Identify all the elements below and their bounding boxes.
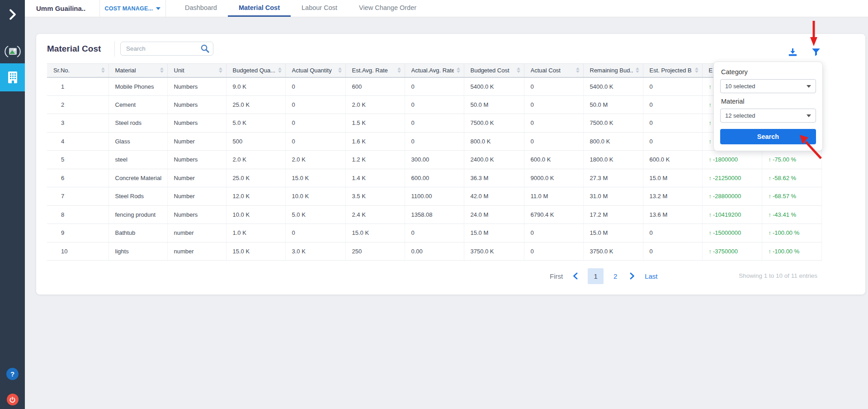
trend-up-icon: ↑ bbox=[769, 175, 772, 181]
cell-actual-quantity: 3.0 K bbox=[285, 242, 345, 261]
cell-material: Cement bbox=[108, 95, 167, 114]
column-header-budgeted-cost[interactable]: Budgeted Cost bbox=[464, 64, 524, 77]
cell-actual-quantity: 0 bbox=[285, 114, 345, 133]
cell-actual-cost: 0 bbox=[524, 224, 583, 243]
cell-est-avg-rate: 3.5 K bbox=[345, 187, 405, 206]
cell-actual-cost: 0 bbox=[524, 114, 583, 133]
cell-material: fencing produnt bbox=[108, 205, 167, 224]
tab-labour-cost[interactable]: Labour Cost bbox=[291, 0, 348, 17]
tab-view-change-order[interactable]: View Change Order bbox=[348, 0, 427, 17]
page-button-2[interactable]: 2 bbox=[611, 272, 620, 280]
pagination-first-button[interactable]: First bbox=[550, 272, 563, 280]
cell-sr-no: 1 bbox=[47, 77, 108, 96]
sidebar-logout-button[interactable] bbox=[0, 393, 25, 406]
download-button[interactable] bbox=[787, 46, 798, 58]
cell-actual-quantity: 0 bbox=[285, 77, 345, 96]
sidebar-item-cost-management[interactable] bbox=[0, 63, 25, 91]
column-header-budgeted-quantity[interactable]: Budgeted Qua... bbox=[226, 64, 285, 77]
table-row: 7Steel RodsNumber12.0 K10.0 K3.5 K1100.0… bbox=[47, 187, 821, 206]
cell-est-projected-budget: 0 bbox=[643, 224, 702, 243]
pagination: First 12 Last bbox=[550, 268, 658, 284]
cell-trend-amount: ↑-3750000 bbox=[702, 242, 762, 261]
tab-material-cost[interactable]: Material Cost bbox=[228, 0, 291, 17]
cell-actual-cost: 600.0 K bbox=[524, 151, 583, 169]
search-input[interactable] bbox=[120, 42, 213, 56]
table-body: 1Mobile PhonesNumbers9.0 K060005400.0 K0… bbox=[47, 77, 821, 261]
trend-up-icon: ↑ bbox=[709, 175, 712, 181]
profile-image-icon bbox=[5, 44, 21, 59]
cell-est-projected-budget: 0 bbox=[643, 132, 702, 151]
cell-actual-quantity: 0 bbox=[285, 224, 345, 243]
trend-up-icon: ↑ bbox=[709, 193, 712, 200]
table-row: 5steelNumbers2.0 K2.0 K1.2 K300.002400.0… bbox=[47, 151, 821, 169]
column-header-est-projected-budget[interactable]: Est. Projected B... bbox=[643, 64, 702, 77]
category-select[interactable]: 10 selected bbox=[720, 79, 816, 93]
sidebar-help-button[interactable]: ? bbox=[0, 366, 25, 381]
cell-actual-quantity: 15.0 K bbox=[285, 169, 345, 187]
cell-budgeted-quantity: 25.0 K bbox=[226, 169, 285, 187]
trend-up-icon: ↑ bbox=[709, 229, 712, 236]
cell-trend-percent: ↑-43.41 % bbox=[762, 205, 821, 224]
cell-unit: Numbers bbox=[167, 77, 226, 96]
column-header-actual-avg-rate[interactable]: Actual.Avg. Rate bbox=[405, 64, 464, 77]
cell-est-projected-budget: 0 bbox=[643, 242, 702, 261]
cell-trend-percent: ↑-100.00 % bbox=[762, 242, 821, 261]
column-header-label: Material bbox=[115, 67, 136, 74]
caret-down-icon bbox=[156, 7, 160, 10]
column-header-unit[interactable]: Unit bbox=[167, 64, 226, 77]
column-header-label: Unit bbox=[174, 67, 184, 74]
cell-budgeted-quantity: 5.0 K bbox=[226, 114, 285, 133]
module-dropdown[interactable]: COST MANAGE... bbox=[100, 0, 165, 17]
trend-up-icon: ↑ bbox=[709, 101, 712, 108]
table-row: 4GlassNumber50001.6 K0800.0 K0800.0 K0↑ bbox=[47, 132, 821, 151]
cell-budgeted-quantity: 15.0 K bbox=[226, 242, 285, 261]
cell-actual-cost: 6790.4 K bbox=[524, 205, 583, 224]
sort-icon bbox=[275, 67, 282, 73]
title-divider bbox=[114, 41, 115, 57]
column-header-actual-cost[interactable]: Actual Cost bbox=[524, 64, 583, 77]
column-header-label: Remaining Bud... bbox=[590, 67, 633, 74]
cell-budgeted-quantity: 12.0 K bbox=[226, 187, 285, 206]
power-icon bbox=[7, 394, 19, 405]
caret-down-icon bbox=[807, 85, 811, 88]
page-button-1[interactable]: 1 bbox=[588, 268, 604, 284]
cell-budgeted-cost: 2400.0 K bbox=[464, 151, 524, 169]
pagination-last-button[interactable]: Last bbox=[645, 272, 657, 280]
sort-icon bbox=[335, 67, 342, 73]
column-header-actual-quantity[interactable]: Actual Quantity bbox=[285, 64, 345, 77]
cell-trend-percent: ↑-100.00 % bbox=[762, 224, 821, 243]
cell-actual-avg-rate: 1100.00 bbox=[405, 187, 464, 206]
help-icon: ? bbox=[6, 368, 19, 380]
column-header-material[interactable]: Material bbox=[108, 64, 167, 77]
sidebar-profile-button[interactable] bbox=[0, 42, 25, 62]
cell-est-projected-budget: 600.0 K bbox=[643, 151, 702, 169]
search-icon[interactable] bbox=[200, 44, 210, 55]
cell-budgeted-quantity: 500 bbox=[226, 132, 285, 151]
column-header-sr-no[interactable]: Sr.No. bbox=[47, 64, 108, 77]
sidebar-expand-button[interactable] bbox=[0, 6, 25, 23]
tab-dashboard[interactable]: Dashboard bbox=[174, 0, 228, 17]
cell-budgeted-cost: 3750.0 K bbox=[464, 242, 524, 261]
cell-est-avg-rate: 15.0 K bbox=[345, 224, 405, 243]
cell-sr-no: 7 bbox=[47, 187, 108, 206]
pagination-next-button[interactable] bbox=[630, 272, 635, 280]
cell-actual-cost: 0 bbox=[524, 77, 583, 96]
table-row: 10lightsnumber15.0 K3.0 K2500.003750.0 K… bbox=[47, 242, 821, 261]
cell-est-projected-budget: 13.2 M bbox=[643, 187, 702, 206]
material-select[interactable]: 12 selected bbox=[720, 109, 816, 123]
building-icon bbox=[7, 71, 19, 84]
cell-unit: number bbox=[167, 224, 226, 243]
column-header-label: E bbox=[709, 67, 713, 74]
material-select-value: 12 selected bbox=[725, 112, 755, 119]
cell-est-projected-budget: 13.6 M bbox=[643, 205, 702, 224]
cell-unit: Numbers bbox=[167, 95, 226, 114]
cell-remaining-budget: 5400.0 K bbox=[583, 77, 643, 96]
pagination-prev-button[interactable] bbox=[573, 272, 578, 280]
cell-actual-avg-rate: 300.00 bbox=[405, 151, 464, 169]
column-header-remaining-budget[interactable]: Remaining Bud... bbox=[583, 64, 643, 77]
cell-actual-avg-rate: 0 bbox=[405, 77, 464, 96]
trend-up-icon: ↑ bbox=[769, 156, 772, 163]
filter-button[interactable] bbox=[810, 46, 822, 58]
column-header-est-avg-rate[interactable]: Est.Avg. Rate bbox=[345, 64, 405, 77]
filter-search-button[interactable]: Search bbox=[720, 129, 816, 144]
